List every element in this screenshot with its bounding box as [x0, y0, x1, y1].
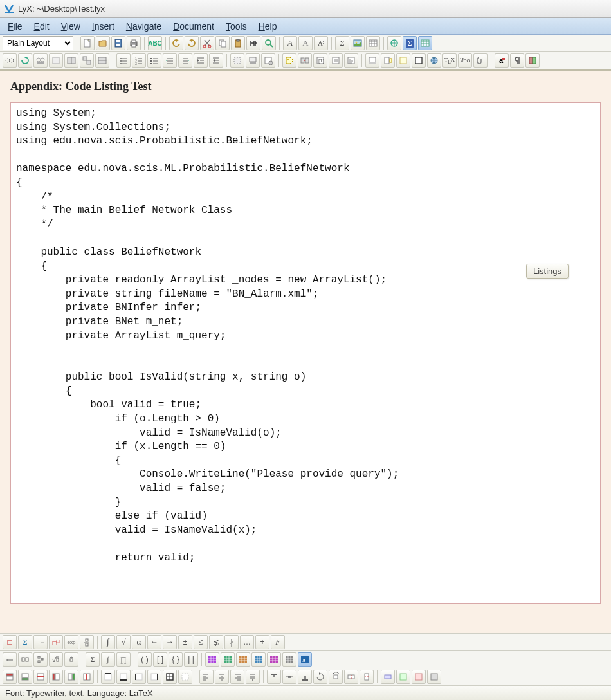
cut-button[interactable]: [200, 36, 214, 50]
spellcheck-button[interactable]: ABC: [148, 36, 162, 50]
math-exp-button[interactable]: exp: [64, 635, 78, 649]
undo-button[interactable]: [169, 36, 183, 50]
redo-button[interactable]: [185, 36, 199, 50]
math-leftarrow-button[interactable]: ←: [147, 635, 161, 649]
align-center-button[interactable]: [215, 670, 229, 684]
view-button[interactable]: [3, 53, 17, 68]
tabular-feature4-button[interactable]: [427, 670, 441, 684]
rotate-table-button[interactable]: [329, 670, 343, 684]
toggle-math-toolbar-button[interactable]: Σ: [403, 36, 417, 50]
indent-button[interactable]: [194, 53, 208, 68]
tabular-feature1-button[interactable]: [381, 670, 395, 684]
menu-view[interactable]: View: [56, 19, 86, 33]
valign-top-button[interactable]: [267, 670, 281, 684]
insert-url-button[interactable]: [427, 53, 441, 68]
root-button[interactable]: [49, 652, 63, 667]
multirow-button[interactable]: [360, 670, 374, 684]
valign-bottom-button[interactable]: [298, 670, 312, 684]
border-top-button[interactable]: [101, 670, 115, 684]
math-sqrt-button[interactable]: √: [116, 635, 131, 649]
listings-float-label[interactable]: Listings: [526, 264, 569, 279]
brace-button[interactable]: { }: [169, 652, 183, 667]
insert-xref-button[interactable]: [298, 53, 312, 68]
math-plus-button[interactable]: +: [255, 635, 269, 649]
section-heading[interactable]: Appendix: Code Listing Test: [10, 80, 601, 93]
menu-navigate[interactable]: Navigate: [121, 19, 167, 33]
multicolumn-button[interactable]: [344, 670, 358, 684]
toggle-table-toolbar-button[interactable]: [418, 36, 432, 50]
view-other-button[interactable]: [64, 53, 78, 68]
cases-button[interactable]: [221, 652, 235, 667]
math-display-button[interactable]: □: [3, 635, 17, 649]
emph-button[interactable]: A: [283, 36, 297, 50]
insert-marginnote-button[interactable]: [381, 53, 395, 68]
freefont-button[interactable]: A: [314, 36, 328, 50]
math-dpr-button[interactable]: ∤: [224, 635, 239, 649]
menu-file[interactable]: File: [3, 19, 28, 33]
ams-environ-button[interactable]: π: [298, 652, 312, 667]
list-numbered-button[interactable]: 123: [132, 53, 146, 68]
menu-document[interactable]: Document: [168, 19, 219, 33]
insert-graphics-button[interactable]: [351, 36, 365, 50]
update-button[interactable]: [18, 53, 32, 68]
textstyle-button[interactable]: a: [495, 53, 509, 68]
insert-file-button[interactable]: [473, 53, 488, 68]
gather-button[interactable]: [267, 652, 281, 667]
math-alpha-button[interactable]: α: [132, 635, 146, 649]
math-superscript-button[interactable]: □□: [49, 635, 63, 649]
toggle-outline-button[interactable]: [387, 36, 401, 50]
open-button[interactable]: [96, 36, 110, 50]
new-button[interactable]: [80, 36, 95, 50]
math-sigma-button[interactable]: Σ: [18, 635, 32, 649]
search-button[interactable]: [262, 36, 276, 50]
big-prod-button[interactable]: ∏: [116, 652, 131, 667]
menu-edit[interactable]: Edit: [29, 19, 55, 33]
math-rightarrow-button[interactable]: →: [163, 635, 177, 649]
binom-button[interactable]: [33, 652, 48, 667]
list-bullet-button[interactable]: [116, 53, 131, 68]
view-master-button[interactable]: [33, 53, 48, 68]
insert-ert-button[interactable]: TEX: [442, 53, 457, 68]
insert-label-button[interactable]: [282, 53, 296, 68]
decrease-depth-button[interactable]: [178, 53, 192, 68]
border-right-button[interactable]: [147, 670, 161, 684]
document-area[interactable]: Appendix: Code Listing Test using System…: [0, 69, 611, 633]
insert-caption-button[interactable]: [246, 53, 260, 68]
noun-button[interactable]: A: [298, 36, 313, 50]
border-all-button[interactable]: [163, 670, 177, 684]
paren-button[interactable]: ( ): [138, 652, 152, 667]
print-button[interactable]: [127, 36, 141, 50]
math-font-button[interactable]: F: [271, 635, 285, 649]
menu-insert[interactable]: Insert: [87, 19, 120, 33]
multline-button[interactable]: [282, 652, 296, 667]
math-pm-button[interactable]: ±: [178, 635, 192, 649]
matrix-button[interactable]: [205, 652, 219, 667]
insert-box-button[interactable]: [412, 53, 426, 68]
hat-button[interactable]: [64, 652, 78, 667]
save-button[interactable]: [111, 36, 125, 50]
math-integral-button[interactable]: ∫: [101, 635, 115, 649]
find-button[interactable]: [246, 36, 260, 50]
menu-tools[interactable]: Tools: [221, 19, 252, 33]
insert-footnote-button[interactable]: [365, 53, 379, 68]
insert-glossary-button[interactable]: [344, 53, 358, 68]
delete-col-button[interactable]: [80, 670, 94, 684]
layout-combo[interactable]: Plain Layout: [3, 36, 73, 50]
tabular-feature3-button[interactable]: [412, 670, 426, 684]
rotate-cell-button[interactable]: [313, 670, 327, 684]
add-row-above-button[interactable]: [3, 670, 17, 684]
bracket-button[interactable]: [ ]: [153, 652, 167, 667]
insert-index-button[interactable]: [261, 53, 275, 68]
bar-button[interactable]: | |: [184, 652, 198, 667]
border-left-button[interactable]: [132, 670, 146, 684]
update-other-button[interactable]: [80, 53, 94, 68]
paste-button[interactable]: [231, 36, 245, 50]
big-sigma-button[interactable]: Σ: [86, 652, 100, 667]
align-right-button[interactable]: [230, 670, 244, 684]
align-decimal-button[interactable]: [246, 670, 260, 684]
insert-figure-button[interactable]: [230, 53, 244, 68]
tabular-feature2-button[interactable]: [396, 670, 410, 684]
view-split-button[interactable]: [95, 53, 109, 68]
math-dots-button[interactable]: …: [240, 635, 254, 649]
align-left-button[interactable]: [199, 670, 214, 684]
